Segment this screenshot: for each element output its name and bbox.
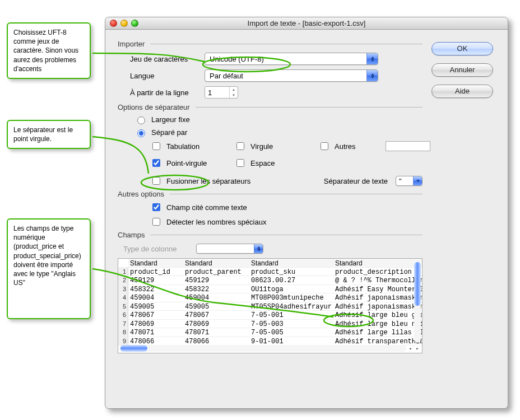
table-row[interactable]: 64780674780677-05-001Adhésif large bleu … xyxy=(118,311,422,320)
check-merge-sep[interactable] xyxy=(152,177,160,185)
annotation-separator: Le séparateur est le point virgule. xyxy=(7,120,91,149)
table-row[interactable]: 84780714780717-05-005Adhésif large lilas… xyxy=(118,328,422,337)
titlebar: Import de texte - [basic-export-1.csv] xyxy=(105,17,508,30)
check-comma[interactable] xyxy=(236,142,244,150)
col-header[interactable]: Standard xyxy=(249,259,333,267)
chevron-updown-icon xyxy=(366,70,378,81)
label-column-type: Type de colonne xyxy=(123,245,196,253)
dialog-window: Import de texte - [basic-export-1.csv] I… xyxy=(105,17,508,409)
section-importer: Importer xyxy=(118,40,145,48)
help-button[interactable]: Aide xyxy=(431,85,493,98)
annotation-charset: Choisissez UFT-8 comme jeux de caractère… xyxy=(7,22,91,79)
table-row[interactable]: 3458322458322OU11togaAdhésif Easy Mounte… xyxy=(118,285,422,294)
language-select[interactable]: Par défaut xyxy=(205,69,378,82)
col-header[interactable]: Standard xyxy=(333,259,422,267)
check-other[interactable] xyxy=(321,142,328,150)
radio-separated-by[interactable] xyxy=(137,129,145,137)
preview-table[interactable]: 0 Standard Standard Standard Standard 1p… xyxy=(118,258,422,353)
check-detect-special[interactable] xyxy=(152,218,160,226)
window-title: Import de texte - [basic-export-1.csv] xyxy=(105,19,508,27)
horizontal-scrollbar[interactable] xyxy=(119,345,406,352)
cancel-button[interactable]: Annuler xyxy=(431,63,493,77)
column-type-select[interactable] xyxy=(196,244,263,254)
table-row[interactable]: 74780694780697-05-003Adhésif large bleu … xyxy=(118,320,422,329)
label-fromline: À partir de la ligne xyxy=(118,88,205,97)
section-fields: Champs xyxy=(118,231,145,239)
label-language: Langue xyxy=(118,72,205,80)
label-charset: Jeu de caractères xyxy=(118,55,205,63)
section-other: Autres options xyxy=(118,190,164,198)
chevron-updown-icon xyxy=(366,53,378,64)
annotation-coltype: Les champs de type numérique (product_pr… xyxy=(7,218,91,319)
table-row[interactable]: 5459005459005MT05SP04adhesifrayurAdhésif… xyxy=(118,302,422,311)
vertical-scrollbar[interactable] xyxy=(414,261,421,343)
radio-fixed-width[interactable] xyxy=(137,116,145,124)
table-row[interactable]: 94780664780669-01-001Adhésif transparent… xyxy=(118,337,422,346)
label-text-separator: Séparateur de texte xyxy=(324,177,388,185)
check-space[interactable] xyxy=(236,159,244,167)
table-row[interactable]: 245912945912908623.00.27@ & ? !^% Thermo… xyxy=(118,276,422,285)
check-semicolon[interactable] xyxy=(152,159,160,167)
other-separator-input[interactable] xyxy=(386,141,430,151)
col-header[interactable]: Standard xyxy=(128,259,183,267)
fromline-stepper[interactable]: 1 ▲▼ xyxy=(205,86,238,99)
col-header[interactable]: Standard xyxy=(183,259,249,267)
section-separator: Options de séparateur xyxy=(118,103,190,111)
check-tab[interactable] xyxy=(152,142,160,150)
ok-button[interactable]: OK xyxy=(431,42,493,55)
chevron-updown-icon xyxy=(254,244,263,253)
table-row[interactable]: 1product_idproduct_parentproduct_skuprod… xyxy=(118,268,422,277)
text-separator-select[interactable]: " xyxy=(396,176,422,186)
check-quoted-as-text[interactable] xyxy=(152,203,160,211)
charset-select[interactable]: Unicode (UTF-8) xyxy=(205,53,378,65)
chevron-down-icon xyxy=(413,176,422,185)
table-row[interactable]: 4459004459004MT08P003mtunipecheAdhésif j… xyxy=(118,293,422,302)
